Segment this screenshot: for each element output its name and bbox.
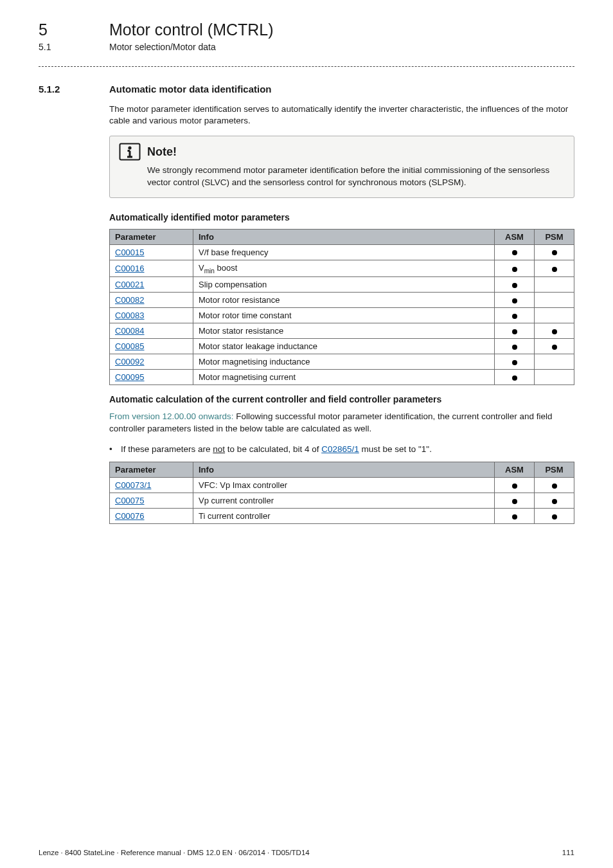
dot-icon: [512, 499, 517, 504]
dot-icon: [512, 360, 517, 365]
col-info: Info: [193, 462, 495, 478]
asm-cell: [495, 493, 535, 509]
version-note: From version 12.00.00 onwards:: [109, 411, 234, 421]
psm-cell: [535, 354, 574, 370]
info-cell: V/f base frequency: [193, 244, 495, 260]
info-cell: Motor magnetising current: [193, 370, 495, 385]
param-link[interactable]: C00092: [115, 357, 145, 366]
chapter-number: 5: [39, 21, 109, 39]
info-cell: Motor stator resistance: [193, 323, 495, 339]
note-title: Note!: [147, 145, 177, 159]
bullet-text-not: not: [213, 444, 225, 454]
dot-icon: [552, 514, 557, 520]
asm-cell: [495, 244, 535, 260]
info-cell: Ti current controller: [193, 509, 495, 524]
running-header: 5 Motor control (MCTRL) 5.1 Motor select…: [39, 21, 574, 52]
auto-calc-table: Parameter Info ASM PSM C00073/1VFC: Vp I…: [109, 462, 574, 524]
asm-cell: [495, 308, 535, 323]
psm-cell: [535, 493, 574, 509]
asm-cell: [495, 260, 535, 277]
asm-cell: [495, 293, 535, 308]
bullet-icon: •: [109, 444, 121, 455]
info-icon: [119, 143, 141, 161]
dot-icon: [512, 314, 517, 319]
table-row: C00085Motor stator leakage inductance: [110, 339, 574, 354]
section-title: Motor selection/Motor data: [109, 42, 216, 52]
table-header-row: Parameter Info ASM PSM: [110, 462, 574, 478]
dot-icon: [512, 375, 517, 381]
intro-paragraph: The motor parameter identification serve…: [109, 104, 574, 127]
table-row: C00073/1VFC: Vp Imax controller: [110, 478, 574, 493]
asm-cell: [495, 277, 535, 293]
chapter-title: Motor control (MCTRL): [109, 21, 274, 39]
table-row: C00083Motor rotor time constant: [110, 308, 574, 323]
param-link[interactable]: C00021: [115, 280, 145, 289]
section-heading: 5.1.2 Automatic motor data identificatio…: [39, 84, 574, 95]
dot-icon: [512, 484, 517, 489]
dot-icon: [552, 329, 557, 334]
svg-point-1: [128, 147, 131, 150]
dot-icon: [512, 267, 517, 272]
page-footer: Lenze · 8400 StateLine · Reference manua…: [39, 849, 574, 856]
info-cell: Motor magnetising inductance: [193, 354, 495, 370]
auto-params-heading: Automatically identified motor parameter…: [109, 212, 574, 222]
table-row: C00082Motor rotor resistance: [110, 293, 574, 308]
table-row: C00076Ti current controller: [110, 509, 574, 524]
auto-params-table: Parameter Info ASM PSM C00015V/f base fr…: [109, 229, 574, 386]
subsection-title: Automatic motor data identification: [109, 84, 272, 95]
psm-cell: [535, 370, 574, 385]
psm-cell: [535, 339, 574, 354]
info-cell: Motor rotor time constant: [193, 308, 495, 323]
bullet-text: If these parameters are not to be calcul…: [121, 444, 432, 455]
dot-icon: [552, 267, 557, 272]
psm-cell: [535, 323, 574, 339]
info-cell: Motor rotor resistance: [193, 293, 495, 308]
col-parameter: Parameter: [110, 462, 193, 478]
col-psm: PSM: [535, 462, 574, 478]
bullet-text-post: must be set to "1".: [359, 444, 432, 454]
param-link[interactable]: C00016: [115, 264, 145, 273]
info-cell: Vmin boost: [193, 260, 495, 277]
asm-cell: [495, 370, 535, 385]
info-cell: Motor stator leakage inductance: [193, 339, 495, 354]
divider-dashed: [39, 66, 574, 67]
param-link[interactable]: C00084: [115, 326, 145, 336]
psm-cell: [535, 260, 574, 277]
param-link[interactable]: C00075: [115, 496, 145, 505]
param-link[interactable]: C00015: [115, 248, 145, 257]
dot-icon: [512, 345, 517, 350]
param-link[interactable]: C00076: [115, 511, 145, 521]
bullet-link[interactable]: C02865/1: [321, 444, 359, 454]
dot-icon: [552, 345, 557, 350]
table-row: C00075Vp current controller: [110, 493, 574, 509]
subsection-number: 5.1.2: [39, 84, 109, 95]
info-cell: Vp current controller: [193, 493, 495, 509]
bullet-text-mid: to be calculated, bit 4 of: [225, 444, 321, 454]
psm-cell: [535, 293, 574, 308]
table-header-row: Parameter Info ASM PSM: [110, 229, 574, 244]
dot-icon: [552, 250, 557, 255]
auto-calc-heading: Automatic calculation of the current con…: [109, 394, 574, 404]
dot-icon: [512, 283, 517, 288]
note-body: We strongly recommend motor parameter id…: [147, 165, 565, 188]
asm-cell: [495, 339, 535, 354]
param-link[interactable]: C00082: [115, 295, 145, 305]
param-link[interactable]: C00085: [115, 341, 145, 351]
table-row: C00092Motor magnetising inductance: [110, 354, 574, 370]
asm-cell: [495, 354, 535, 370]
section-number: 5.1: [39, 42, 109, 52]
table-row: C00084Motor stator resistance: [110, 323, 574, 339]
footer-page-number: 111: [562, 849, 574, 856]
asm-cell: [495, 509, 535, 524]
param-link[interactable]: C00095: [115, 372, 145, 382]
table-row: C00095Motor magnetising current: [110, 370, 574, 385]
col-info: Info: [193, 229, 495, 244]
table-row: C00021Slip compensation: [110, 277, 574, 293]
note-box: Note! We strongly recommend motor parame…: [109, 136, 574, 197]
param-link[interactable]: C00073/1: [115, 480, 151, 490]
psm-cell: [535, 277, 574, 293]
param-link[interactable]: C00083: [115, 311, 145, 320]
bullet-text-pre: If these parameters are: [121, 444, 213, 454]
asm-cell: [495, 478, 535, 493]
footer-left: Lenze · 8400 StateLine · Reference manua…: [39, 849, 310, 856]
